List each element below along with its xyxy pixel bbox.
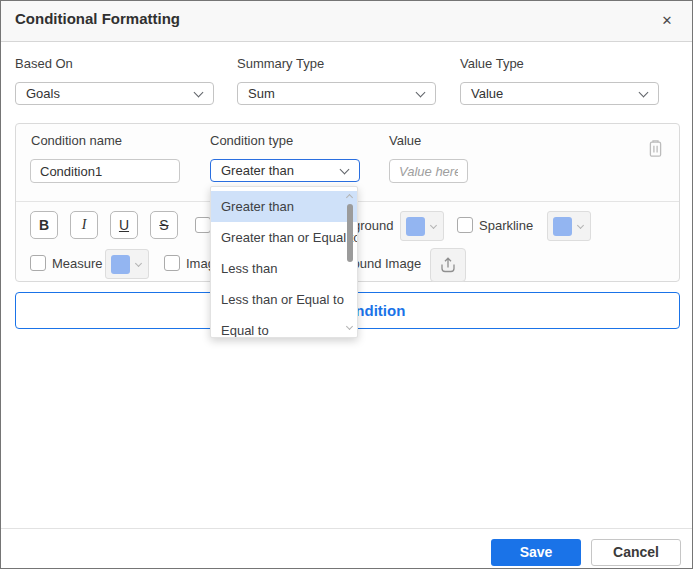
underline-button[interactable]: U [110, 211, 138, 239]
chevron-down-icon [194, 88, 204, 98]
sparkline-label: Sparkline [479, 218, 533, 233]
condition-type-option[interactable]: Greater than [211, 191, 357, 222]
chevron-down-icon [577, 222, 584, 229]
based-on-label: Based On [15, 56, 73, 71]
sparkline-color-swatch [553, 217, 572, 236]
cancel-button[interactable]: Cancel [591, 539, 681, 566]
background-color-picker[interactable] [400, 211, 444, 241]
chevron-down-icon [416, 88, 426, 98]
condition-type-value: Greater than [221, 163, 294, 178]
summary-type-select[interactable]: Sum [237, 82, 436, 105]
dialog-titlebar: Conditional Formatting ✕ [1, 1, 692, 42]
background-color-swatch [406, 217, 425, 236]
condition-type-option[interactable]: Less than or Equal to [211, 284, 357, 315]
bold-button[interactable]: B [30, 211, 58, 239]
summary-type-label: Summary Type [237, 56, 324, 71]
strikethrough-button[interactable]: S [150, 211, 178, 239]
condition-value-input[interactable] [389, 159, 468, 183]
scrollbar-thumb[interactable] [347, 204, 353, 262]
measure-checkbox[interactable] [30, 255, 46, 271]
image-checkbox[interactable] [164, 255, 180, 271]
italic-button[interactable]: I [70, 211, 98, 239]
condition-name-input[interactable] [30, 159, 180, 183]
condition-name-label: Condition name [31, 133, 122, 148]
condition-type-dropdown: Greater than Greater than or Equal to Le… [210, 186, 358, 338]
conditional-formatting-dialog: Conditional Formatting ✕ Based On Goals … [0, 0, 693, 569]
condition-type-option[interactable]: Equal to [211, 315, 357, 338]
sparkline-checkbox[interactable] [457, 217, 473, 233]
condition-type-select[interactable]: Greater than [210, 159, 360, 182]
chevron-down-icon [340, 165, 350, 175]
measure-color-picker[interactable] [105, 249, 149, 279]
chevron-down-icon [135, 260, 142, 267]
value-type-value: Value [471, 86, 503, 101]
sparkline-color-picker[interactable] [547, 211, 591, 241]
condition-type-option[interactable]: Greater than or Equal to [211, 222, 357, 253]
value-label: Value [389, 133, 421, 148]
value-type-label: Value Type [460, 56, 524, 71]
upload-image-button[interactable] [430, 248, 466, 282]
based-on-select[interactable]: Goals [15, 82, 214, 105]
measure-color-swatch [111, 255, 130, 274]
trash-icon[interactable] [647, 139, 664, 162]
chevron-down-icon [430, 222, 437, 229]
save-button[interactable]: Save [491, 539, 581, 566]
close-icon[interactable]: ✕ [656, 10, 678, 32]
footer-divider [1, 528, 692, 529]
font-checkbox[interactable] [195, 217, 211, 233]
based-on-value: Goals [26, 86, 60, 101]
value-type-select[interactable]: Value [460, 82, 659, 105]
upload-icon [438, 255, 458, 275]
condition-type-option[interactable]: Less than [211, 253, 357, 284]
condition-type-label: Condition type [210, 133, 293, 148]
summary-type-value: Sum [248, 86, 275, 101]
chevron-down-icon [639, 88, 649, 98]
dialog-title: Conditional Formatting [15, 10, 180, 27]
measure-label: Measure [52, 256, 103, 271]
